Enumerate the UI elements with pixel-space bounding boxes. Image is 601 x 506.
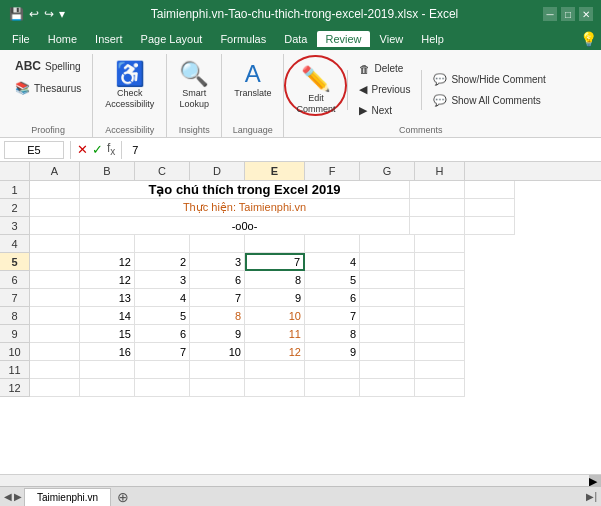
sheet-tab-taimienphi[interactable]: Taimienphi.vn xyxy=(24,488,111,506)
cell-a11[interactable] xyxy=(30,361,80,379)
col-header-b[interactable]: B xyxy=(80,162,135,180)
minimize-button[interactable]: ─ xyxy=(543,7,557,21)
cell-c12[interactable] xyxy=(135,379,190,397)
row-header-9[interactable]: 9 xyxy=(0,325,30,343)
cell-h8[interactable] xyxy=(415,307,465,325)
cell-c4[interactable] xyxy=(135,235,190,253)
cell-d9[interactable]: 9 xyxy=(190,325,245,343)
menu-insert[interactable]: Insert xyxy=(87,31,131,47)
cell-d7[interactable]: 7 xyxy=(190,289,245,307)
cell-c10[interactable]: 7 xyxy=(135,343,190,361)
cell-a8[interactable] xyxy=(30,307,80,325)
delete-button[interactable]: 🗑 Delete xyxy=(354,60,415,78)
cell-h2[interactable] xyxy=(465,199,515,217)
cell-g8[interactable] xyxy=(360,307,415,325)
menu-view[interactable]: View xyxy=(372,31,412,47)
cell-d12[interactable] xyxy=(190,379,245,397)
cell-e5[interactable]: 7 xyxy=(245,253,305,271)
show-hide-comment-button[interactable]: 💬 Show/Hide Comment xyxy=(428,70,550,89)
cell-d10[interactable]: 10 xyxy=(190,343,245,361)
cell-a12[interactable] xyxy=(30,379,80,397)
translate-button[interactable]: A Translate xyxy=(228,56,277,103)
close-button[interactable]: ✕ xyxy=(579,7,593,21)
cell-h3[interactable] xyxy=(465,217,515,235)
cell-g3[interactable] xyxy=(410,217,465,235)
cell-b7[interactable]: 13 xyxy=(80,289,135,307)
col-header-d[interactable]: D xyxy=(190,162,245,180)
cell-d8[interactable]: 8 xyxy=(190,307,245,325)
cell-c7[interactable]: 4 xyxy=(135,289,190,307)
cell-d5[interactable]: 3 xyxy=(190,253,245,271)
cell-g12[interactable] xyxy=(360,379,415,397)
cell-g5[interactable] xyxy=(360,253,415,271)
cell-b5[interactable]: 12 xyxy=(80,253,135,271)
cell-b4[interactable] xyxy=(80,235,135,253)
edit-comment-button[interactable]: ✏️ EditComment xyxy=(290,61,341,119)
cell-f5[interactable]: 4 xyxy=(305,253,360,271)
next-button[interactable]: ▶ Next xyxy=(354,101,415,120)
cell-c11[interactable] xyxy=(135,361,190,379)
cell-e8[interactable]: 10 xyxy=(245,307,305,325)
cell-e7[interactable]: 9 xyxy=(245,289,305,307)
help-icon[interactable]: 💡 xyxy=(580,31,597,47)
cancel-icon[interactable]: ✕ xyxy=(77,142,88,157)
cell-a1[interactable] xyxy=(30,181,80,199)
col-header-f[interactable]: F xyxy=(305,162,360,180)
cell-a5[interactable] xyxy=(30,253,80,271)
cell-h9[interactable] xyxy=(415,325,465,343)
cell-a2[interactable] xyxy=(30,199,80,217)
col-header-c[interactable]: C xyxy=(135,162,190,180)
cell-g1[interactable] xyxy=(410,181,465,199)
show-all-comments-button[interactable]: 💬 Show All Comments xyxy=(428,91,550,110)
row-header-2[interactable]: 2 xyxy=(0,199,30,217)
row-header-6[interactable]: 6 xyxy=(0,271,30,289)
menu-data[interactable]: Data xyxy=(276,31,315,47)
menu-page-layout[interactable]: Page Layout xyxy=(133,31,211,47)
cell-b10[interactable]: 16 xyxy=(80,343,135,361)
cell-f11[interactable] xyxy=(305,361,360,379)
cell-c8[interactable]: 5 xyxy=(135,307,190,325)
spelling-button[interactable]: ABC Spelling xyxy=(10,56,86,76)
cell-d11[interactable] xyxy=(190,361,245,379)
prev-sheet-button[interactable]: ◀ xyxy=(4,491,12,502)
cell-h10[interactable] xyxy=(415,343,465,361)
cell-a3[interactable] xyxy=(30,217,80,235)
cell-f6[interactable]: 5 xyxy=(305,271,360,289)
cell-g4[interactable] xyxy=(360,235,415,253)
cell-d6[interactable]: 6 xyxy=(190,271,245,289)
cell-a7[interactable] xyxy=(30,289,80,307)
row-header-10[interactable]: 10 xyxy=(0,343,30,361)
cell-g10[interactable] xyxy=(360,343,415,361)
redo-button[interactable]: ↪ xyxy=(43,6,55,22)
cell-e9[interactable]: 11 xyxy=(245,325,305,343)
row-header-3[interactable]: 3 xyxy=(0,217,30,235)
scroll-right-button[interactable]: ▶ xyxy=(589,475,601,487)
col-header-a[interactable]: A xyxy=(30,162,80,180)
menu-file[interactable]: File xyxy=(4,31,38,47)
row-header-8[interactable]: 8 xyxy=(0,307,30,325)
function-icon[interactable]: fx xyxy=(107,141,115,157)
confirm-icon[interactable]: ✓ xyxy=(92,142,103,157)
cell-f9[interactable]: 8 xyxy=(305,325,360,343)
next-sheet-button[interactable]: ▶ xyxy=(14,491,22,502)
add-sheet-button[interactable]: ⊕ xyxy=(113,489,133,505)
cell-f4[interactable] xyxy=(305,235,360,253)
cell-b12[interactable] xyxy=(80,379,135,397)
col-header-h[interactable]: H xyxy=(415,162,465,180)
cell-b11[interactable] xyxy=(80,361,135,379)
cell-h7[interactable] xyxy=(415,289,465,307)
previous-button[interactable]: ◀ Previous xyxy=(354,80,415,99)
row-header-7[interactable]: 7 xyxy=(0,289,30,307)
cell-h5[interactable] xyxy=(415,253,465,271)
cell-b9[interactable]: 15 xyxy=(80,325,135,343)
cell-g11[interactable] xyxy=(360,361,415,379)
cell-c6[interactable]: 3 xyxy=(135,271,190,289)
menu-formulas[interactable]: Formulas xyxy=(212,31,274,47)
row-header-11[interactable]: 11 xyxy=(0,361,30,379)
cell-h11[interactable] xyxy=(415,361,465,379)
formula-input[interactable] xyxy=(128,144,597,156)
cell-g9[interactable] xyxy=(360,325,415,343)
row-header-4[interactable]: 4 xyxy=(0,235,30,253)
cell-b8[interactable]: 14 xyxy=(80,307,135,325)
cell-e6[interactable]: 8 xyxy=(245,271,305,289)
